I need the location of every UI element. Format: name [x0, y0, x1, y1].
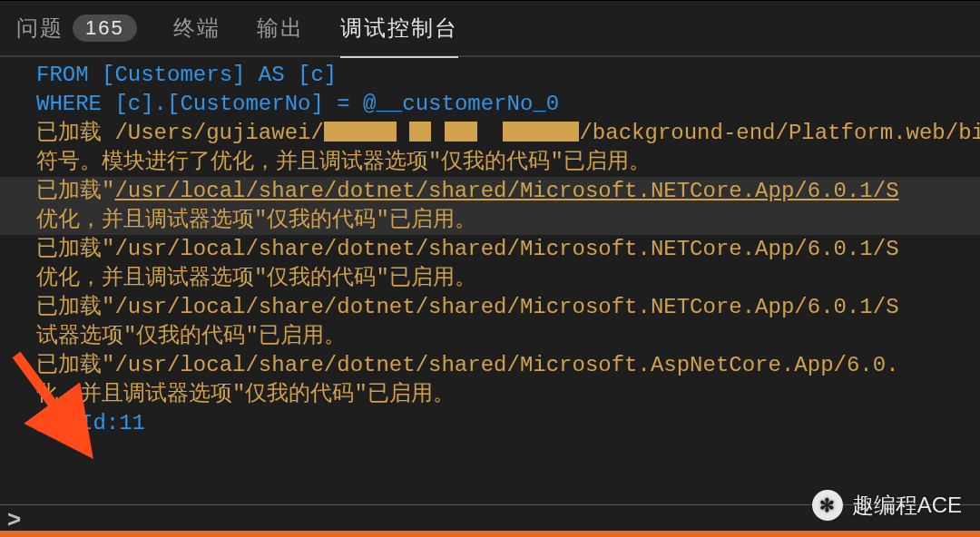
console-sql-where: WHERE [c].[CustomerNo] = @__customerNo_0: [36, 90, 980, 119]
redaction-block: [409, 122, 431, 142]
tab-terminal-label: 终端: [173, 14, 220, 43]
watermark: ✻ 趣编程ACE: [812, 490, 962, 521]
quote: ": [102, 179, 114, 203]
redaction-block: [445, 122, 477, 142]
console-sql-from: FROM [Customers] AS [c]: [36, 61, 980, 90]
user-path-pre: /Users/gujiawei/: [102, 121, 324, 145]
watermark-text: 趣编程ACE: [852, 491, 962, 520]
tab-problems[interactable]: 问题 165: [16, 0, 137, 56]
path-text: /usr/local/share/dotnet/shared/Microsoft…: [114, 353, 898, 377]
path-link[interactable]: /usr/local/share/dotnet/shared/Microsoft…: [114, 179, 898, 203]
console-line-loaded-netcore-3: 已加载"/usr/local/share/dotnet/shared/Micro…: [36, 293, 980, 322]
loaded-prefix: 已加载: [36, 237, 102, 261]
tab-terminal[interactable]: 终端: [173, 0, 220, 56]
user-path-post: /background-end/Platform.web/bi: [579, 121, 980, 145]
path-text: /usr/local/share/dotnet/shared/Microsoft…: [114, 237, 898, 261]
tab-debug-console[interactable]: 调试控制台: [340, 0, 458, 56]
redaction-block: [324, 122, 397, 142]
console-line-opt-short: 试器选项"仅我的代码"已启用。: [36, 322, 980, 351]
console-line-suffix-symbol: 符号。模块进行了优化，并且调试器选项"仅我的代码"已启用。: [36, 148, 980, 177]
redaction-block: [524, 122, 579, 142]
tab-output-label: 输出: [257, 14, 304, 43]
console-line-loaded-user: 已加载 /Users/gujiawei/ /background-end/Pla…: [36, 119, 980, 148]
problems-badge: 165: [73, 15, 137, 42]
loaded-prefix: 已加载: [36, 179, 102, 203]
console-line-opt-1: 优化，并且调试器选项"仅我的代码"已启用。: [36, 206, 980, 235]
tab-output[interactable]: 输出: [257, 0, 304, 56]
quote: ": [102, 295, 114, 319]
quote: ": [102, 353, 114, 377]
console-line-loaded-netcore-2: 已加载"/usr/local/share/dotnet/shared/Micro…: [36, 235, 980, 264]
bottom-accent-bar: [0, 531, 980, 537]
tab-debug-console-label: 调试控制台: [340, 14, 458, 43]
console-line-loaded-netcore-1: 已加载"/usr/local/share/dotnet/shared/Micro…: [36, 177, 980, 206]
quote: ": [102, 237, 114, 261]
path-text: /usr/local/share/dotnet/shared/Microsoft…: [114, 295, 898, 319]
console-line-loaded-aspnet: 已加载"/usr/local/share/dotnet/shared/Micro…: [36, 351, 980, 380]
console-line-opt-2: 优化，并且调试器选项"仅我的代码"已启用。: [36, 264, 980, 293]
redaction-block: [503, 122, 524, 142]
loaded-prefix: 已加载: [36, 295, 102, 319]
debug-console-output[interactable]: FROM [Customers] AS [c] WHERE [c].[Custo…: [0, 57, 980, 505]
loaded-prefix: 已加载: [36, 353, 102, 377]
wechat-icon: ✻: [812, 490, 843, 521]
loaded-prefix: 已加载: [36, 121, 102, 145]
console-user-id: 用户Id:11: [36, 409, 980, 438]
tab-problems-label: 问题: [16, 14, 64, 43]
console-line-opt-hua: 化，并且调试器选项"仅我的代码"已启用。: [36, 380, 980, 409]
panel-tabs: 问题 165 终端 输出 调试控制台: [0, 1, 980, 57]
